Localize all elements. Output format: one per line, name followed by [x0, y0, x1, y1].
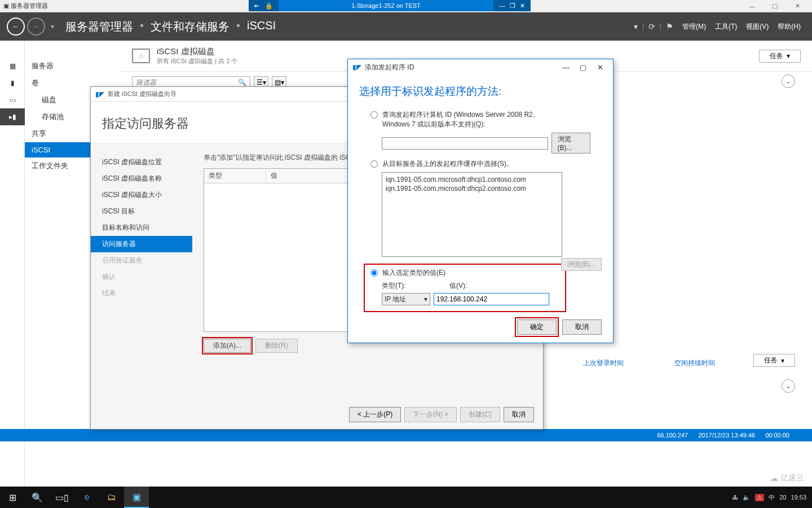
step-name[interactable]: iSCSI 虚拟磁盘名称	[91, 170, 192, 187]
value-input[interactable]	[434, 293, 549, 305]
breadcrumb-leaf[interactable]: iSCSI	[247, 19, 276, 34]
cache-item[interactable]: iqn.1991-05.com.microsoft:dhcp2.contoso.…	[386, 184, 558, 193]
ie-icon[interactable]: e	[74, 487, 99, 508]
breadcrumb-section[interactable]: 文件和存储服务	[151, 19, 230, 34]
watermark: ☁ 亿速云	[766, 472, 809, 484]
security-icon[interactable]: ⚠	[755, 494, 764, 501]
radio-query[interactable]	[370, 111, 378, 119]
menu-view[interactable]: 视图(V)	[746, 22, 769, 32]
dialog-close-button[interactable]: ✕	[592, 63, 608, 72]
step-auth: 启用验证服务	[91, 252, 192, 269]
dropdown-icon[interactable]: ▾	[634, 22, 638, 31]
vm-pin-icon[interactable]: ⇤	[254, 2, 259, 10]
explorer-icon[interactable]: 🗂	[99, 487, 124, 508]
server-manager-taskbar-icon[interactable]: ▣	[124, 487, 149, 508]
option-manual[interactable]: 输入选定类型的值(E)	[370, 268, 559, 278]
rail-volumes-icon[interactable]: ▮	[0, 75, 25, 91]
step-target[interactable]: iSCSI 目标	[91, 203, 192, 220]
step-target-name[interactable]: 目标名称和访问	[91, 220, 192, 236]
vm-close-button[interactable]: ✕	[520, 2, 525, 10]
query-computer-input[interactable]	[382, 137, 548, 150]
wizard-steps: iSCSI 虚拟磁盘位置 iSCSI 虚拟磁盘名称 iSCSI 虚拟磁盘大小 i…	[91, 144, 192, 404]
menu-manage[interactable]: 管理(M)	[682, 22, 706, 32]
panel-subtitle: 所有 iSCSI 虚拟磁盘 | 共 2 个	[157, 57, 237, 65]
taskbar: ⊞ 🔍 ▭▯ e 🗂 ▣ 🖧 🔈 ⚠ 中 20 19:53	[0, 487, 812, 508]
nav-servers[interactable]: 服务器	[25, 58, 121, 75]
step-location[interactable]: iSCSI 虚拟磁盘位置	[91, 154, 192, 170]
rail-servers-icon[interactable]: ▦	[0, 58, 25, 75]
tasks-dropdown[interactable]: 任务 ▾	[759, 50, 801, 63]
dialog-body: 查询发起程序计算机 ID (Windows Server 2008 R2、Win…	[348, 110, 613, 311]
cloud-icon: ☁	[770, 474, 778, 483]
tray-text: 20	[779, 494, 786, 501]
vm-restore-button[interactable]: ❐	[510, 2, 515, 10]
step-access-servers[interactable]: 访问服务器	[91, 236, 192, 252]
chevron-down-icon: ▾	[787, 52, 790, 60]
prev-button[interactable]: < 上一步(P)	[349, 407, 401, 422]
ime-indicator[interactable]: 中	[769, 493, 775, 502]
vm-minimize-button[interactable]: —	[499, 2, 505, 9]
radio-cache[interactable]	[370, 160, 378, 168]
nav-forward-button[interactable]: →	[27, 17, 45, 36]
step-results: 结果	[91, 285, 192, 301]
refresh-icon[interactable]: ⟳	[648, 22, 655, 31]
option-query-label: 查询发起程序计算机 ID (Windows Server 2008 R2、Win…	[382, 110, 551, 129]
breadcrumb: 服务器管理器 • 文件和存储服务 • iSCSI	[65, 19, 276, 34]
dialog-icon: ▮◤	[352, 63, 361, 71]
chevron-down-icon: ▾	[424, 295, 427, 303]
step-size[interactable]: iSCSI 虚拟磁盘大小	[91, 187, 192, 203]
nav-back-button[interactable]: ←	[7, 17, 25, 36]
network-icon[interactable]: 🖧	[732, 494, 738, 501]
grid-col-type[interactable]: 类型	[204, 169, 266, 183]
rail-iscsi-icon[interactable]: ▸▮	[0, 108, 25, 125]
dialog-minimize-button[interactable]: —	[558, 63, 575, 72]
col-last-login[interactable]: 上次登录时间	[583, 358, 624, 368]
sound-icon[interactable]: 🔈	[743, 494, 751, 501]
menu-help[interactable]: 帮助(H)	[778, 22, 801, 32]
browse-computer-button[interactable]: 浏览(B)...	[551, 133, 590, 154]
wizard-icon: ▮◤	[95, 90, 104, 98]
collapse-toggle-upper[interactable]: ⌄	[782, 75, 795, 88]
dialog-cancel-button[interactable]: 取消	[562, 319, 602, 335]
initiator-cache-list[interactable]: iqn.1991-05.com.microsoft:dhcp1.contoso.…	[382, 172, 562, 257]
vm-connection-bar: ⇤ 🔒 1-Storage1-252 on TEST — ❐ ✕	[249, 0, 531, 11]
type-combo[interactable]: IP 地址 ▾	[382, 293, 430, 305]
collapse-toggle-lower[interactable]: ⌄	[782, 379, 795, 393]
menu-tools[interactable]: 工具(T)	[715, 22, 737, 32]
task-view-button[interactable]: ▭▯	[50, 487, 74, 508]
vm-title: 1-Storage1-252 on TEST	[279, 2, 493, 9]
col-idle-time[interactable]: 空闲持续时间	[674, 358, 715, 368]
dialog-titlebar[interactable]: ▮◤ 添加发起程序 ID — ▢ ✕	[348, 59, 613, 75]
dialog-maximize-button[interactable]: ▢	[575, 63, 592, 72]
watermark-text: 亿速云	[780, 473, 804, 483]
close-button[interactable]: ✕	[786, 2, 809, 10]
cancel-button[interactable]: 取消	[504, 407, 534, 422]
selected-initiator-row[interactable]: 68.100.247 2017/12/23 13:49:46 00:00:00	[0, 429, 812, 441]
nav-dropdown-icon[interactable]: ▾	[51, 23, 54, 30]
rail-disks-icon[interactable]: ▭	[0, 91, 25, 108]
app-title: 服务器管理器	[11, 2, 48, 10]
cache-item[interactable]: iqn.1991-05.com.microsoft:dhcp1.contoso.…	[386, 175, 558, 184]
breadcrumb-root[interactable]: 服务器管理器	[65, 19, 133, 34]
ok-button[interactable]: 确定	[517, 319, 557, 335]
disk-icon: ⌂	[132, 49, 150, 63]
search-button[interactable]: 🔍	[25, 487, 50, 508]
start-button[interactable]: ⊞	[0, 487, 25, 508]
option-cache[interactable]: 从目标服务器上的发起程序缓存中选择(S)。	[370, 159, 590, 169]
clock[interactable]: 19:53	[791, 494, 806, 501]
step-confirm: 确认	[91, 269, 192, 285]
option-query[interactable]: 查询发起程序计算机 ID (Windows Server 2008 R2、Win…	[370, 110, 590, 129]
minimize-button[interactable]: —	[741, 3, 764, 10]
add-button[interactable]: 添加(A)...	[204, 339, 251, 353]
dialog-heading: 选择用于标识发起程序的方法:	[348, 75, 613, 110]
maximize-button[interactable]: ▢	[764, 2, 786, 10]
option-manual-label: 输入选定类型的值(E)	[382, 268, 445, 278]
radio-manual[interactable]	[370, 269, 378, 277]
create-button: 创建(C)	[460, 407, 500, 422]
system-tray[interactable]: 🖧 🔈 ⚠ 中 20 19:53	[732, 493, 812, 502]
filter-field[interactable]	[136, 78, 238, 86]
search-icon[interactable]: 🔍	[238, 78, 246, 86]
vm-lock-icon[interactable]: 🔒	[265, 2, 273, 10]
option-manual-group: 输入选定类型的值(E) 类型(T): 值(V): IP 地址 ▾	[365, 265, 565, 311]
flag-icon[interactable]: ⚑	[666, 22, 673, 31]
